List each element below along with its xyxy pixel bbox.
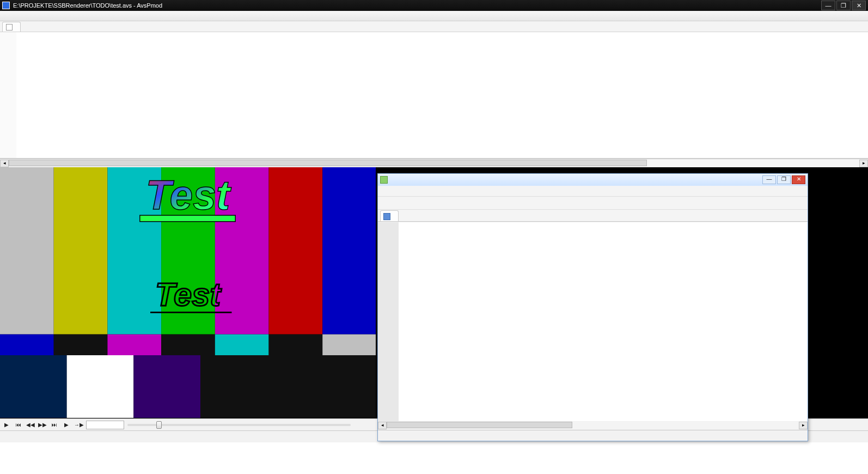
next-frame-button[interactable]: ▶▶ <box>38 421 47 429</box>
avsp-script-editor[interactable] <box>0 32 868 159</box>
avsp-hscroll[interactable]: ◂ ▸ <box>0 159 868 167</box>
avsp-app-icon <box>2 2 10 9</box>
notepadpp-window: — ❐ ✕ ◂ ▸ <box>377 173 808 441</box>
preview-text-bottom: Test <box>155 276 222 313</box>
svg-rect-7 <box>0 335 54 355</box>
svg-rect-18 <box>140 215 235 222</box>
npp-toolbar <box>378 197 808 210</box>
npp-line-gutter <box>378 222 399 421</box>
npp-close-button[interactable]: ✕ <box>792 175 805 184</box>
svg-rect-14 <box>0 355 67 418</box>
avsp-titlebar: E:\PROJEKTE\SSBRenderer\TODO\test.avs - … <box>0 0 868 11</box>
svg-rect-9 <box>107 335 161 355</box>
last-frame-button[interactable]: ⏭ <box>50 421 59 429</box>
svg-rect-8 <box>54 335 108 355</box>
scroll-left-icon[interactable]: ◂ <box>378 422 387 429</box>
scroll-right-icon[interactable]: ▸ <box>799 422 808 429</box>
svg-rect-5 <box>269 167 323 335</box>
avsp-tabbar <box>0 21 868 32</box>
scroll-track[interactable] <box>9 160 859 167</box>
play2-button[interactable]: ▶ <box>62 421 71 429</box>
preview-text-top: Test <box>146 172 232 218</box>
video-preview: Test Test <box>0 167 376 418</box>
npp-menubar <box>378 186 808 197</box>
svg-rect-17 <box>200 355 376 418</box>
avsp-line-gutter <box>0 32 16 158</box>
maximize-button[interactable]: ❐ <box>836 1 851 10</box>
npp-titlebar[interactable]: — ❐ ✕ <box>378 174 808 186</box>
npp-hscroll[interactable]: ◂ ▸ <box>378 421 808 430</box>
svg-rect-15 <box>67 355 134 418</box>
svg-rect-13 <box>322 335 376 355</box>
first-frame-button[interactable]: ⏮ <box>14 421 23 429</box>
npp-editor[interactable] <box>378 222 808 421</box>
svg-rect-12 <box>269 335 323 355</box>
play-button[interactable]: ▶ <box>2 421 11 429</box>
minimize-button[interactable]: — <box>821 1 835 10</box>
scroll-track[interactable] <box>387 422 799 429</box>
svg-rect-16 <box>133 355 200 418</box>
close-button[interactable]: ✕ <box>852 1 866 10</box>
npp-maximize-button[interactable]: ❐ <box>777 175 791 184</box>
frame-input[interactable] <box>86 421 124 429</box>
svg-rect-1 <box>54 167 108 335</box>
npp-tab[interactable] <box>380 210 399 221</box>
frame-slider[interactable] <box>127 424 351 426</box>
scroll-right-icon[interactable]: ▸ <box>859 160 868 167</box>
ext-play-button[interactable]: →▶ <box>74 421 83 429</box>
prev-frame-button[interactable]: ◀◀ <box>26 421 35 429</box>
npp-app-icon <box>380 176 388 184</box>
avsp-code-area[interactable] <box>16 32 868 158</box>
svg-rect-6 <box>322 167 376 335</box>
scroll-thumb[interactable] <box>387 422 572 428</box>
npp-code-area[interactable] <box>399 222 808 421</box>
slider-knob[interactable] <box>156 421 162 429</box>
scroll-left-icon[interactable]: ◂ <box>0 160 9 167</box>
avsp-menubar <box>0 11 868 21</box>
svg-rect-10 <box>161 335 215 355</box>
svg-rect-11 <box>215 335 269 355</box>
avsp-tab[interactable] <box>2 22 21 32</box>
npp-minimize-button[interactable]: — <box>762 175 776 184</box>
npp-statusbar <box>378 430 808 441</box>
scroll-thumb[interactable] <box>9 160 647 166</box>
svg-rect-0 <box>0 167 54 335</box>
npp-tabbar <box>378 210 808 222</box>
avsp-title: E:\PROJEKTE\SSBRenderer\TODO\test.avs - … <box>13 2 162 9</box>
